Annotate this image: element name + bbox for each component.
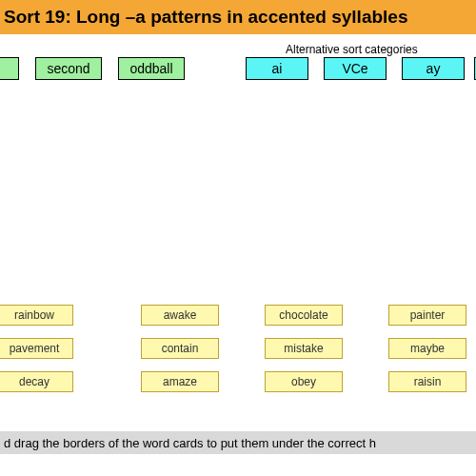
title-bar: Sort 19: Long –a patterns in accented sy… bbox=[0, 0, 476, 34]
word-card[interactable]: chocolate bbox=[265, 305, 343, 326]
category-oddball[interactable]: oddball bbox=[118, 57, 185, 80]
word-card[interactable]: pavement bbox=[0, 338, 73, 359]
word-card[interactable]: maybe bbox=[388, 338, 466, 359]
word-card[interactable]: decay bbox=[0, 371, 73, 392]
category-vce[interactable]: VCe bbox=[324, 57, 387, 80]
page-title: Sort 19: Long –a patterns in accented sy… bbox=[4, 7, 407, 28]
word-card[interactable]: amaze bbox=[141, 371, 219, 392]
word-card[interactable]: painter bbox=[388, 305, 466, 326]
word-card[interactable]: mistake bbox=[265, 338, 343, 359]
instruction-footer: d drag the borders of the word cards to … bbox=[0, 431, 476, 454]
word-card[interactable]: raisin bbox=[388, 371, 466, 392]
category-ai[interactable]: ai bbox=[246, 57, 308, 80]
alt-categories-label: Alternative sort categories bbox=[286, 43, 418, 56]
instruction-text: d drag the borders of the word cards to … bbox=[4, 436, 376, 450]
category-first[interactable] bbox=[0, 57, 19, 80]
category-row: second oddball ai VCe ay bbox=[0, 57, 476, 86]
category-second[interactable]: second bbox=[35, 57, 102, 80]
word-card[interactable]: contain bbox=[141, 338, 219, 359]
category-ay[interactable]: ay bbox=[402, 57, 465, 80]
word-card[interactable]: awake bbox=[141, 305, 219, 326]
word-card[interactable]: obey bbox=[265, 371, 343, 392]
word-card[interactable]: rainbow bbox=[0, 305, 73, 326]
